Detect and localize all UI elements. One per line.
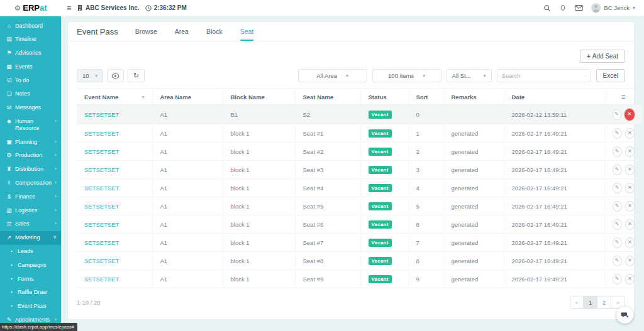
refresh-button[interactable]: ↻ [128, 69, 145, 82]
page-prev-button[interactable]: « [570, 296, 584, 309]
page-1-button[interactable]: 1 [584, 296, 597, 309]
event-name-link[interactable]: SETSETSET [84, 276, 119, 283]
tab-block[interactable]: Block [206, 22, 223, 41]
event-name-link[interactable]: SETSETSET [84, 239, 119, 246]
tab-area[interactable]: Area [175, 22, 189, 41]
sidebar-item-raffle-draw[interactable]: •Raffle Draw [0, 286, 61, 300]
cell-date: 2026-02-17 16:49:21 [504, 124, 604, 143]
excel-export-button[interactable]: Excel [596, 69, 625, 82]
truck-icon: ▥ [6, 207, 13, 214]
cell-area-name: A1 [152, 270, 223, 288]
sidebar-item-planning[interactable]: ▣Planning› [0, 135, 61, 149]
delete-button[interactable]: ✕ [625, 128, 635, 139]
sidebar-item-label: Forms [18, 276, 58, 283]
delete-button[interactable]: ✕ [625, 256, 635, 266]
sidebar-item-campaigns[interactable]: •Campaigns [0, 258, 61, 272]
edit-button[interactable]: ✎ [613, 219, 622, 230]
sidebar-item-logistics[interactable]: ▥Logistics› [0, 203, 61, 217]
calendar-icon: ▦ [6, 63, 13, 70]
sidebar-item-finance[interactable]: $Finance› [0, 190, 61, 203]
sidebar-item-marketing[interactable]: ↗Marketing∨ [0, 231, 61, 245]
sidebar-item-leads[interactable]: •Leads [0, 245, 61, 259]
sidebar-toggle-icon[interactable]: ≡ [67, 4, 71, 12]
cell-area-name: A1 [152, 252, 223, 270]
page-title: Event Pass [77, 27, 118, 36]
cell-event-name: SETSETSET [77, 124, 152, 143]
sidebar-item-to-do[interactable]: ☑To do [0, 73, 61, 87]
edit-button[interactable]: ✎ [613, 165, 622, 175]
edit-button[interactable]: ✎ [613, 237, 622, 248]
app-logo[interactable]: ⚙ ERPat [0, 3, 61, 13]
plus-icon: + [587, 53, 591, 60]
sidebar-item-events[interactable]: ▦Events [0, 60, 61, 73]
delete-button[interactable]: ✕ [625, 183, 635, 193]
event-name-link[interactable]: SETSETSET [84, 166, 119, 173]
delete-button[interactable]: ✕ [625, 109, 635, 121]
event-name-link[interactable]: SETSETSET [84, 185, 119, 192]
cell-block-name: block 1 [223, 143, 295, 161]
edit-button[interactable]: ✎ [613, 274, 622, 285]
status-badge: Vacant [369, 111, 392, 119]
chat-fab-button[interactable] [616, 307, 633, 323]
sidebar-item-dashboard[interactable]: ⌂Dashboard [0, 19, 61, 33]
event-name-link[interactable]: SETSETSET [84, 111, 119, 118]
sidebar-item-notes[interactable]: ❏Notes [0, 87, 61, 101]
filter-select-all-st[interactable]: All St...▾ [447, 69, 492, 82]
column-header-event-name[interactable]: Event Name▾ [77, 89, 152, 105]
event-name-link[interactable]: SETSETSET [84, 258, 119, 264]
filter-select-100-items[interactable]: 100 items▾ [372, 69, 441, 82]
edit-button[interactable]: ✎ [613, 256, 622, 266]
delete-button[interactable]: ✕ [625, 165, 635, 175]
company-selector[interactable]: ABC Services Inc. [77, 4, 140, 11]
delete-button[interactable]: ✕ [625, 274, 635, 285]
sidebar-item-forms[interactable]: •Forms [0, 272, 61, 286]
page-2-button[interactable]: 2 [597, 296, 611, 309]
results-range: 1-10 / 20 [77, 299, 101, 306]
mail-icon[interactable] [575, 4, 583, 11]
add-seat-button[interactable]: + Add Seat [580, 50, 625, 63]
row-actions: ✎✕ [613, 183, 635, 193]
edit-button[interactable]: ✎ [613, 201, 622, 212]
delete-button[interactable]: ✕ [625, 219, 635, 230]
page-size-select[interactable]: 10 ▾ [77, 69, 103, 82]
sidebar-item-compensation[interactable]: ✌Compensation› [0, 176, 61, 190]
delete-button[interactable]: ✕ [625, 237, 635, 248]
edit-button[interactable]: ✎ [613, 109, 621, 120]
sidebar-item-advisories[interactable]: ⚑Advisories [0, 46, 61, 60]
sidebar-item-sales[interactable]: ⚖Sales› [0, 217, 61, 231]
search-icon[interactable] [543, 4, 551, 12]
sidebar-item-human-resource[interactable]: ☻Human Resource› [0, 115, 61, 136]
event-name-link[interactable]: SETSETSET [84, 148, 119, 155]
sidebar-item-label: Campaigns [18, 262, 58, 269]
sidebar-item-production[interactable]: ⚙Production› [0, 149, 61, 163]
sidebar-item-messages[interactable]: ✉Messages [0, 101, 61, 115]
search-input[interactable] [502, 72, 585, 79]
delete-button[interactable]: ✕ [625, 201, 635, 212]
delete-button[interactable]: ✕ [625, 146, 635, 157]
tab-seat[interactable]: Seat [240, 22, 254, 41]
event-name-link[interactable]: SETSETSET [84, 203, 119, 210]
sidebar-item-label: Timeline [15, 36, 58, 43]
cell-sort: 3 [408, 161, 443, 179]
event-name-link[interactable]: SETSETSET [84, 221, 119, 228]
sidebar-item-timeline[interactable]: ▤Timeline [0, 33, 61, 46]
row-actions: ✎✕ [613, 237, 635, 248]
event-name-link[interactable]: SETSETSET [84, 130, 119, 137]
bullet-icon: • [8, 276, 15, 282]
edit-button[interactable]: ✎ [613, 146, 622, 157]
status-badge: Vacant [369, 239, 392, 247]
filter-select-all-area[interactable]: All Area▾ [298, 69, 367, 82]
cell-status: Vacant [360, 270, 408, 288]
sidebar-item-event-pass[interactable]: •Event Pass [0, 300, 61, 313]
toggle-columns-button[interactable] [107, 69, 124, 82]
bullet-icon: • [8, 289, 15, 295]
user-menu[interactable]: BC Jerick ▾ [591, 3, 635, 13]
cell-sort: 8 [408, 252, 443, 270]
chevron-down-icon: ▾ [633, 5, 635, 11]
edit-button[interactable]: ✎ [613, 183, 622, 193]
edit-button[interactable]: ✎ [613, 128, 622, 139]
sidebar-item-distribution[interactable]: ♜Distribution› [0, 163, 61, 176]
current-time: 2:36:32 PM [154, 4, 187, 11]
bell-icon[interactable] [559, 4, 567, 12]
tab-browse[interactable]: Browse [135, 22, 157, 41]
